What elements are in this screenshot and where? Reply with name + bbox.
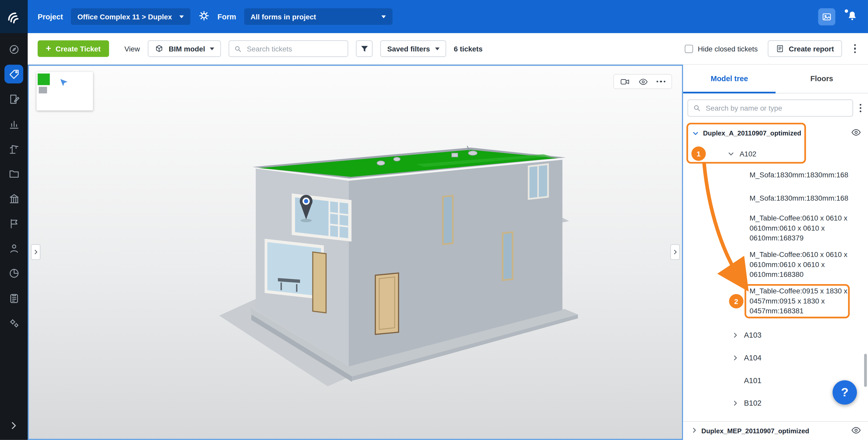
sidebar-item-people[interactable] [4,239,23,258]
notifications-button[interactable] [846,9,858,23]
sidebar-item-tasks[interactable] [4,90,23,108]
sidebar-item-tickets[interactable] [4,65,23,83]
building-3d-model [29,66,682,439]
minimap-camera-cursor [60,78,69,88]
logo-icon [5,8,22,25]
tree-leaf-sofa-1[interactable]: M_Sofa:1830mm:1830mm:168 [683,164,868,187]
top-bar: Project Office Complex 11 > Duplex Form … [28,0,868,33]
plus-icon: + [46,44,51,53]
tree-node-root[interactable]: Duplex_A_20110907_optimized [683,123,868,144]
chevron-down-icon[interactable] [691,130,700,137]
create-report-button[interactable]: Create report [768,40,842,57]
hide-closed-toggle[interactable]: Hide closed tickets [685,44,758,53]
hide-closed-checkbox[interactable] [685,44,693,53]
chevron-right-icon[interactable] [731,354,739,362]
chevron-down-icon [210,47,215,50]
help-button[interactable]: ? [833,380,857,405]
panel-scrollbar[interactable] [864,354,867,387]
left-panel-expand-button[interactable] [31,244,40,260]
tree-node-label: A101 [744,376,762,385]
tree-leaf-table-2[interactable]: M_Table-Coffee:0610 x 0610 x 0610mm:0610… [683,247,868,283]
form-select[interactable]: All forms in project [244,8,392,25]
gears-icon [8,317,20,329]
right-panel-collapse-button[interactable] [670,244,680,260]
project-settings-button[interactable] [198,9,210,23]
chevron-right-icon[interactable] [731,400,739,407]
viewport-more-menu[interactable] [656,81,665,82]
gear-icon [198,9,210,21]
toolbar-more-menu[interactable] [852,42,858,55]
visibility-eye-icon[interactable] [638,76,648,86]
chevron-down-icon[interactable] [726,150,735,157]
sidebar-item-files[interactable] [4,164,23,183]
ticket-count: 6 tickets [454,44,483,53]
bim-3d-viewport[interactable] [28,65,683,440]
tree-leaf-label: M_Table-Coffee:0915 x 1830 x 0457mm:0915… [749,286,848,316]
form-label: Form [217,12,236,21]
clipboard-icon [8,292,20,304]
tree-node-label: A102 [740,149,756,158]
report-icon [775,44,784,53]
pie-chart-icon [8,267,20,279]
search-icon [693,104,701,112]
saved-filters-select[interactable]: Saved filters [380,40,446,57]
app-window: Project Office Complex 11 > Duplex Form … [0,0,868,440]
viewport-toolbar [613,74,672,89]
sidebar-item-forms[interactable] [4,289,23,307]
tag-icon [8,68,20,80]
model-viewer-button[interactable] [818,8,835,25]
tree-options-menu[interactable] [858,102,864,114]
sidebar-item-reports[interactable] [4,264,23,282]
form-select-value: All forms in project [250,12,316,21]
panel-tabs: Model tree Floors [683,65,868,93]
tree-leaf-table-3-highlighted[interactable]: M_Table-Coffee:0915 x 1830 x 0457mm:0915… [683,283,868,319]
tree-search-input[interactable] [705,103,847,113]
tree-node-a103[interactable]: A103 [683,324,868,347]
view-mode-select[interactable]: BIM model [148,40,221,57]
app-logo[interactable] [0,0,28,33]
sidebar-item-specs[interactable] [4,189,23,208]
tab-floors[interactable]: Floors [776,65,868,93]
tree-node-label: B102 [744,399,762,407]
chevron-right-icon[interactable] [691,426,698,435]
tree-node-label: A103 [744,331,762,339]
hide-closed-label: Hide closed tickets [698,44,758,53]
left-sidebar [0,0,28,440]
model-tree: Duplex_A_20110907_optimized A102 M_Sofa:… [683,123,868,421]
filter-button[interactable] [356,40,373,57]
sidebar-item-settings[interactable] [4,313,23,332]
tree-node-a102[interactable]: A102 [683,144,868,164]
person-icon [8,242,20,254]
search-icon [235,44,242,53]
create-ticket-button[interactable]: + Create Ticket [37,40,109,57]
project-select[interactable]: Office Complex 11 > Duplex [71,8,190,25]
tree-node-label: Duplex_MEP_20110907_optimized [701,427,809,435]
building-icon [8,193,20,204]
tree-search [688,100,853,116]
compass-icon [8,43,20,55]
tree-node-root-mep[interactable]: Duplex_MEP_20110907_optimized [683,421,868,440]
create-report-label: Create report [789,44,834,53]
create-ticket-label: Create Ticket [56,44,101,53]
ticket-search-input[interactable] [246,44,343,53]
sidebar-item-site[interactable] [4,139,23,158]
camera-view-icon[interactable] [620,76,630,86]
sidebar-item-flags[interactable] [4,214,23,233]
sidebar-item-analytics[interactable] [4,114,23,133]
chevron-down-icon [179,15,184,18]
minimap[interactable] [36,72,93,111]
chevron-right-icon [33,249,38,255]
panel-search-row [683,93,868,123]
tree-node-a104[interactable]: A104 [683,347,868,369]
sidebar-item-compass[interactable] [4,40,23,59]
tab-model-tree[interactable]: Model tree [683,65,776,93]
tree-leaf-sofa-2[interactable]: M_Sofa:1830mm:1830mm:168 [683,187,868,210]
tree-leaf-table-1[interactable]: M_Table-Coffee:0610 x 0610 x 0610mm:0610… [683,210,868,246]
tasks-pen-icon [8,93,20,105]
visibility-eye-icon[interactable] [851,127,862,139]
chevron-right-icon [9,421,18,430]
sidebar-expand-button[interactable] [9,421,18,440]
visibility-eye-icon[interactable] [851,425,862,437]
chevron-right-icon[interactable] [731,332,739,339]
flag-icon [8,217,20,229]
